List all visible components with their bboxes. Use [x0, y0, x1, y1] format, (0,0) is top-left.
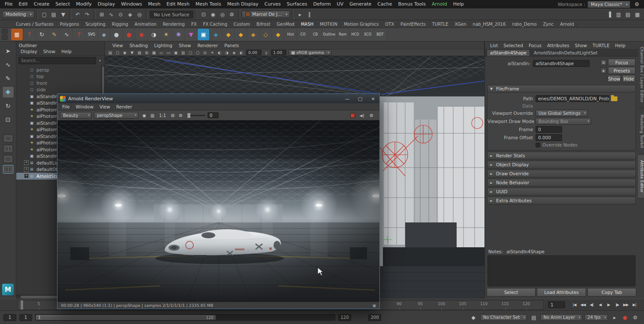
snap-to-curve-icon[interactable]: ∿ [107, 10, 116, 19]
select-tool[interactable]: ➤ [2, 45, 14, 57]
range-slider-track[interactable]: 1 120 [35, 314, 335, 321]
show-in-outliner-icon[interactable]: ⊞ [600, 59, 607, 66]
animation-preferences-icon[interactable]: ⚙ [631, 313, 640, 322]
node-tab[interactable]: aiStandIn4Shape [487, 49, 530, 56]
shelf-tab[interactable]: nab_HSM_2016 [470, 21, 509, 27]
shelf-cb-button[interactable]: CB [310, 29, 321, 40]
outliner-item[interactable]: ◻ persp [16, 66, 105, 73]
divider[interactable] [238, 10, 240, 19]
notes-textarea[interactable] [488, 255, 635, 286]
viewport-override-dropdown[interactable]: Use Global Settings [536, 110, 588, 117]
toggle-modeling-toolkit-icon[interactable]: ▦ [633, 10, 642, 19]
render-current-frame-icon[interactable]: ◉ [208, 10, 217, 19]
divider[interactable] [195, 10, 197, 19]
shelf-mash-world-icon[interactable]: ◈ [210, 29, 222, 40]
film-gate-icon[interactable]: ▭ [158, 50, 165, 56]
shelf-type-icon[interactable]: T [24, 29, 35, 40]
play-forwards-button[interactable]: ▶ [605, 301, 613, 309]
menu-item[interactable]: Display [95, 0, 118, 9]
rotate-tool[interactable]: ↻ [2, 100, 14, 112]
redo-icon[interactable]: ↷ [83, 10, 92, 19]
outliner-item[interactable]: ◻ front [16, 80, 105, 87]
anim-layer-icon[interactable]: ▤ [529, 313, 538, 322]
shelf-tab[interactable]: MOTION [317, 21, 341, 27]
load-attributes-button[interactable]: Load Attributes [537, 288, 586, 297]
shelf-mash-mesh-icon[interactable]: ◇ [260, 29, 271, 40]
anim-layer-dropdown[interactable]: No Anim Layer [540, 314, 582, 321]
maximize-button[interactable]: ▢ [354, 94, 367, 103]
shelf-sweep-icon[interactable]: ↻ [36, 29, 48, 40]
layout-outliner-persp-button[interactable] [3, 165, 13, 174]
exposure-slider-knob[interactable] [187, 113, 190, 118]
tab-modeling-toolkit[interactable]: Modeling Toolkit [638, 109, 644, 154]
safe-action-icon[interactable]: ▢ [187, 50, 194, 56]
window-title-bar[interactable]: Arnold RenderView —▢× [57, 94, 379, 103]
attribute-editor-menu-item[interactable]: Attributes [545, 43, 572, 48]
renderer-user-dropdown[interactable]: Marcel De J... [242, 11, 290, 18]
shelf-tab[interactable]: Zync [540, 21, 557, 27]
render-settings-icon[interactable]: ⚙ [227, 10, 236, 19]
viewport-draw-mode-dropdown[interactable]: Bounding Box [536, 118, 591, 125]
select-camera-icon[interactable]: ▤ [107, 50, 114, 56]
shelf-tab[interactable]: Custom [231, 21, 253, 27]
shelf-bdt-button[interactable]: BDT [374, 29, 386, 40]
shelf-hco-button[interactable]: HCO [349, 29, 361, 40]
playback-end-field[interactable]: 120 [338, 314, 351, 321]
shelf-tab[interactable]: FX [188, 21, 200, 27]
scale-tool[interactable]: ⊡ [2, 114, 14, 126]
viewport-menu-item[interactable]: Panels [221, 43, 242, 48]
menu-item[interactable]: Generate [346, 0, 374, 9]
snap-to-grid-icon[interactable]: ⊞ [97, 10, 106, 19]
menu-item[interactable]: Edit Mesh [163, 0, 193, 9]
shelf-type-red-icon[interactable]: T [73, 29, 85, 40]
layout-split-button[interactable] [3, 144, 13, 153]
step-forward-frame-button[interactable]: ▶▶ [622, 301, 630, 309]
viewport-menu-item[interactable]: Show [176, 43, 194, 48]
menu-set-dropdown[interactable]: Modeling [2, 11, 34, 18]
menu-item[interactable]: Cache [374, 0, 395, 9]
renderview-menu-item[interactable]: File [59, 104, 73, 109]
paint-select-tool[interactable]: ✎ [2, 72, 14, 84]
shelf-tab[interactable]: PaintEffects [397, 21, 429, 27]
outliner-item[interactable]: ◻ side [16, 87, 105, 93]
menu-item[interactable]: Mesh Tools [193, 0, 224, 9]
lighting-icon[interactable]: ☀ [209, 50, 216, 56]
current-frame-field[interactable]: 1 [548, 301, 565, 308]
step-forward-key-button[interactable]: |▶ [613, 301, 621, 309]
color-wheel-icon[interactable]: ◉ [141, 112, 148, 119]
attribute-editor-menu-item[interactable]: Show [572, 43, 590, 48]
menu-item[interactable]: Windows [118, 0, 145, 9]
close-button[interactable]: × [367, 94, 379, 103]
resolution-gate-icon[interactable]: ▭ [165, 50, 172, 56]
camera-attributes-icon[interactable]: ◉ [121, 50, 128, 56]
toggle-attribute-editor-icon[interactable]: ▐ [605, 10, 614, 19]
menu-item[interactable]: Surfaces [284, 0, 310, 9]
attribute-editor-menu-item[interactable]: Selected [501, 43, 526, 48]
range-slider-thumb[interactable]: 1 120 [36, 315, 216, 320]
menu-item[interactable]: Arnold [429, 0, 450, 9]
shelf-hist-button[interactable]: Hist [285, 29, 296, 40]
save-scene-icon[interactable]: ▼ [59, 10, 68, 19]
menu-item[interactable]: UV [334, 0, 346, 9]
frame-offset-field[interactable]: 0.000 [536, 134, 562, 141]
select-button[interactable]: Select [487, 288, 536, 297]
outliner-menu-item[interactable]: Show [41, 48, 58, 55]
construction-history-icon[interactable]: ⊡ [199, 10, 208, 19]
shelf-co-button[interactable]: CO [297, 29, 309, 40]
lasso-tool[interactable]: ∿ [2, 59, 14, 71]
shelf-tab[interactable]: XGen [451, 21, 469, 27]
pan-zoom-icon[interactable]: ⊞ [143, 50, 150, 56]
image-plane-icon[interactable]: ▧ [136, 50, 143, 56]
focus-button[interactable]: Focus [608, 59, 635, 66]
animation-end-field[interactable]: 200 [368, 314, 381, 321]
collapsed-section-header[interactable]: Node Behavior [487, 179, 636, 186]
playhead[interactable] [21, 300, 23, 309]
collapsed-section-header[interactable]: Render Stats [487, 152, 636, 159]
go-to-start-button[interactable]: |◀ [570, 301, 578, 309]
keying-group-icon[interactable]: ◆ [469, 313, 478, 322]
shelf-tab[interactable]: FX Caching [200, 21, 231, 27]
menu-item[interactable]: Mesh Display [224, 0, 262, 9]
shelf-rem-button[interactable]: Rem [337, 29, 349, 40]
interactive-playback-icon[interactable]: ▸ [295, 10, 304, 19]
menu-item[interactable]: Deform [310, 0, 334, 9]
